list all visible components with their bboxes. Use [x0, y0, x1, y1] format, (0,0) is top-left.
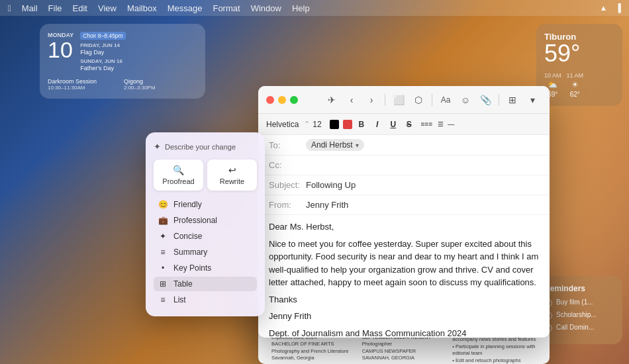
toolbar-separator3 — [499, 94, 499, 106]
apple-menu[interactable]:  — [8, 3, 11, 13]
sunday-label: SUNDAY, JUN 16 — [80, 58, 197, 64]
more-button[interactable]: ▾ — [523, 91, 542, 109]
send-button[interactable]: ✈ — [322, 91, 341, 109]
minimize-button[interactable] — [278, 96, 286, 104]
calendar-date-num: 10 — [48, 38, 73, 61]
friendly-label: Friendly — [173, 200, 202, 209]
from-value: Jenny Frith — [306, 200, 348, 210]
reminder-text-2: Scholarship... — [556, 311, 597, 318]
bold-button[interactable]: B — [355, 118, 368, 131]
concise-icon: ✦ — [158, 232, 168, 241]
chevron-right-icon[interactable]: › — [362, 91, 381, 109]
darkroom-event: Darkroom Session 10:30–11:30AM — [48, 78, 121, 91]
menu-edit[interactable]: Edit — [73, 3, 87, 13]
reminder-3: Call Domin... — [544, 324, 614, 332]
calendar-friday: FRIDAY, JUN 14 Flag Day — [80, 42, 197, 56]
to-value[interactable]: Andi Herbst ▾ — [306, 139, 364, 151]
weather-temp: 59° — [544, 42, 614, 66]
window-icon[interactable]: ⬜ — [389, 91, 408, 109]
magic-icon: ✦ — [154, 142, 161, 152]
writing-options-list: 😊 Friendly 💼 Professional ✦ Concise ≡ Su… — [154, 197, 257, 307]
weather-forecast-row: 10 AM ⛅ 59° 11 AM ☀ 62° — [544, 69, 614, 98]
maximize-button[interactable] — [290, 96, 298, 104]
menu-window[interactable]: Window — [251, 3, 281, 13]
rewrite-button[interactable]: ↩ Rewrite — [207, 159, 257, 191]
summary-icon: ≡ — [158, 248, 168, 257]
proofread-button[interactable]: 🔍 Proofread — [154, 159, 203, 191]
body-name: Jenny Frith — [269, 310, 539, 323]
chevron-left-icon[interactable]: ‹ — [342, 91, 361, 109]
red-color-picker[interactable] — [343, 120, 352, 129]
weather-forecast: 10 AM ⛅ 59° 11 AM ☀ 62° — [544, 72, 583, 98]
professional-icon: 💼 — [158, 216, 168, 225]
calendar-widget: MONDAY 10 Choir 8–8:45pm FRIDAY, JUN 14 … — [40, 24, 205, 99]
table-insert-button[interactable]: ⊞ — [503, 91, 522, 109]
rewrite-label: Rewrite — [220, 177, 244, 185]
subject-label: Subject: — [269, 180, 302, 190]
option-key-points[interactable]: • Key Points — [154, 261, 257, 275]
list-icon: ≡ — [158, 295, 168, 304]
close-button[interactable] — [266, 96, 274, 104]
education-text: Expected June 2024 BACHELOR OF FINE ARTS… — [271, 334, 356, 362]
align-icons: ≡≡≡ — [421, 120, 433, 128]
desktop:  Mail File Edit View Mailbox Message Fo… — [0, 0, 629, 364]
option-list[interactable]: ≡ List — [154, 293, 257, 307]
recipient-name: Andi Herbst — [311, 140, 353, 150]
menu-format[interactable]: Format — [213, 3, 240, 13]
writing-assistant-popup: ✦ Describe your change 🔍 Proofread ↩ Rew… — [146, 132, 265, 316]
calendar-day-label: MONDAY — [48, 32, 73, 38]
writing-popup-buttons: 🔍 Proofread ↩ Rewrite — [154, 159, 257, 191]
menu-view[interactable]: View — [98, 3, 117, 13]
menu-help[interactable]: Help — [292, 3, 310, 13]
menu-message[interactable]: Message — [168, 3, 203, 13]
option-friendly[interactable]: 😊 Friendly — [154, 197, 257, 212]
subject-field: Subject: Following Up — [258, 175, 550, 195]
menu-mail[interactable]: Mail — [22, 3, 38, 13]
proofread-icon: 🔍 — [173, 165, 184, 175]
option-concise[interactable]: ✦ Concise — [154, 229, 257, 244]
flag-day: Flag Day — [80, 49, 197, 56]
strikethrough-button[interactable]: S — [403, 118, 416, 131]
underline-button[interactable]: U — [387, 118, 400, 131]
italic-button[interactable]: I — [371, 118, 384, 131]
chip-chevron-icon: ▾ — [356, 142, 359, 149]
mail-toolbar-icons: ✈ ‹ › ⬜ ⬡ Aa ☺ 📎 ⊞ ▾ — [322, 91, 542, 109]
calendar-sunday: SUNDAY, JUN 16 Father's Day — [80, 58, 197, 71]
qigong-event: Qigong 2:00–3:30PM — [124, 78, 197, 91]
keypoints-icon: • — [158, 263, 168, 273]
proofread-label: Proofread — [162, 177, 194, 185]
menu-mailbox[interactable]: Mailbox — [127, 3, 157, 13]
font-size[interactable]: 12 — [313, 120, 321, 129]
subject-value[interactable]: Following Up — [306, 180, 356, 190]
window2-icon[interactable]: ⬡ — [409, 91, 428, 109]
writing-popup-header: ✦ Describe your change — [154, 142, 257, 152]
option-professional[interactable]: 💼 Professional — [154, 213, 257, 228]
font-name[interactable]: Helvetica — [266, 120, 299, 129]
mail-window: ✈ ‹ › ⬜ ⬡ Aa ☺ 📎 ⊞ ▾ Helvetica ⌃ 12 B — [258, 86, 550, 338]
cc-field[interactable]: Cc: — [258, 156, 550, 175]
font-chevron-icon[interactable]: ⌃ — [304, 120, 310, 128]
cloud-sun-icon: ⛅ — [548, 80, 557, 89]
option-summary[interactable]: ≡ Summary — [154, 245, 257, 259]
table-icon: ⊞ — [158, 279, 168, 289]
reminder-text-3: Call Domin... — [556, 324, 594, 331]
professional-label: Professional — [173, 216, 217, 225]
attach-button[interactable]: 📎 — [476, 91, 495, 109]
friday-label: FRIDAY, JUN 14 — [80, 42, 197, 48]
table-label: Table — [173, 279, 193, 289]
reminders-title: Reminders — [544, 284, 614, 293]
format-bar: Helvetica ⌃ 12 B I U S ≡≡≡ ☰ — — [258, 114, 550, 135]
font-button[interactable]: Aa — [436, 91, 455, 109]
color-picker[interactable] — [330, 120, 339, 129]
time-10am: 10 AM — [544, 72, 561, 79]
indent-icon: — — [448, 120, 454, 128]
recipient-chip[interactable]: Andi Herbst ▾ — [306, 139, 364, 151]
reminder-text-1: Buy film (1... — [556, 298, 593, 306]
option-table[interactable]: ⊞ Table — [154, 277, 257, 291]
summary-label: Summary — [173, 248, 207, 257]
emoji-button[interactable]: ☺ — [456, 91, 475, 109]
from-label: From: — [269, 200, 302, 210]
menu-file[interactable]: File — [48, 3, 62, 13]
mail-body[interactable]: Dear Ms. Herbst, Nice to meet you for co… — [258, 215, 550, 338]
body-title: Dept. of Journalism and Mass Communicati… — [269, 327, 539, 338]
